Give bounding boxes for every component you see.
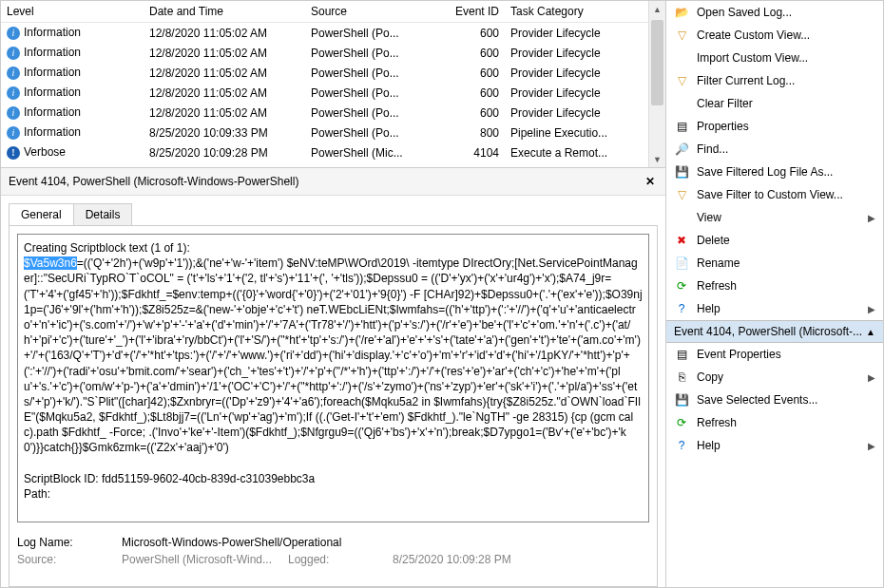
action-help[interactable]: ?Help▶	[666, 297, 883, 320]
logname-label: Log Name:	[17, 536, 122, 549]
chevron-up-icon: ▲	[866, 327, 875, 337]
action-save-filtered[interactable]: 💾Save Filtered Log File As...	[666, 161, 883, 183]
help-icon: ?	[674, 301, 689, 316]
detail-title: Event 4104, PowerShell (Microsoft-Window…	[9, 175, 643, 188]
grid-header: Level Date and Time Source Event ID Task…	[1, 1, 665, 23]
action-copy[interactable]: ⎘Copy▶	[666, 366, 883, 389]
action-event-properties[interactable]: ▤Event Properties	[666, 343, 883, 366]
grid-scrollbar[interactable]: ▲ ▼	[648, 1, 665, 167]
chevron-right-icon: ▶	[868, 304, 875, 314]
action-refresh-2[interactable]: ⟳Refresh	[666, 411, 883, 434]
action-clear-filter[interactable]: Clear Filter	[666, 92, 883, 115]
clear-icon	[674, 96, 689, 111]
script-body: =(('Q'+'2h')+('w9p'+'1'));&('ne'+'w-'+'i…	[24, 256, 643, 454]
funnel-icon: ▽	[674, 28, 689, 43]
action-properties[interactable]: ▤Properties	[666, 115, 883, 138]
info-icon: i	[7, 66, 20, 80]
col-level[interactable]: Level	[1, 1, 144, 22]
info-icon: i	[7, 106, 20, 120]
col-eventid[interactable]: Event ID	[448, 1, 505, 22]
table-row[interactable]: iInformation12/8/2020 11:05:02 AMPowerSh…	[1, 43, 665, 63]
action-open-saved-log[interactable]: 📂Open Saved Log...	[666, 1, 883, 24]
col-datetime[interactable]: Date and Time	[144, 1, 305, 22]
info-icon: i	[7, 47, 20, 60]
script-block-text[interactable]: Creating Scriptblock text (1 of 1): $Va5…	[17, 234, 649, 522]
import-icon	[674, 50, 689, 66]
funnel-icon: ▽	[674, 73, 689, 88]
col-taskcat[interactable]: Task Category	[505, 1, 638, 22]
properties-icon: ▤	[674, 119, 689, 134]
funnel-save-icon: ▽	[674, 187, 689, 202]
chevron-right-icon: ▶	[868, 213, 875, 223]
scroll-thumb[interactable]	[651, 20, 663, 105]
sbid-label: ScriptBlock ID:	[24, 472, 99, 485]
action-delete[interactable]: ✖Delete	[666, 229, 883, 252]
col-source[interactable]: Source	[305, 1, 448, 22]
table-row[interactable]: iInformation8/25/2020 10:09:33 PMPowerSh…	[1, 123, 665, 142]
event-properties-icon: ▤	[674, 347, 689, 362]
action-import-custom-view[interactable]: Import Custom View...	[666, 47, 883, 69]
scroll-up-icon[interactable]: ▲	[649, 1, 665, 17]
refresh-icon: ⟳	[674, 415, 689, 430]
table-row[interactable]: iInformation12/8/2020 11:05:02 AMPowerSh…	[1, 23, 665, 43]
sbid-value: fdd51159-9602-40cb-839d-c31039ebbc3a	[102, 472, 315, 485]
copy-icon: ⎘	[674, 370, 689, 385]
actions-pane: 📂Open Saved Log... ▽Create Custom View..…	[666, 1, 883, 587]
action-find[interactable]: 🔎Find...	[666, 138, 883, 161]
info-icon: i	[7, 86, 20, 100]
action-refresh[interactable]: ⟳Refresh	[666, 275, 883, 297]
refresh-icon: ⟳	[674, 278, 689, 294]
action-view[interactable]: View▶	[666, 206, 883, 229]
action-save-filter-view[interactable]: ▽Save Filter to Custom View...	[666, 183, 883, 206]
script-title: Creating Scriptblock text (1 of 1):	[24, 240, 643, 256]
scroll-down-icon[interactable]: ▼	[649, 151, 665, 167]
action-save-selected[interactable]: 💾Save Selected Events...	[666, 389, 883, 411]
table-row[interactable]: iInformation12/8/2020 11:05:02 AMPowerSh…	[1, 103, 665, 123]
detail-pane: Event 4104, PowerShell (Microsoft-Window…	[1, 168, 665, 587]
save-icon: 💾	[674, 164, 689, 180]
chevron-right-icon: ▶	[868, 372, 875, 383]
info-icon: i	[7, 27, 20, 40]
script-highlight: $Va5w3n6	[24, 256, 77, 270]
help-icon: ?	[674, 438, 689, 453]
logged-label: Logged:	[288, 553, 393, 566]
action-create-custom-view[interactable]: ▽Create Custom View...	[666, 24, 883, 47]
action-help-2[interactable]: ?Help▶	[666, 434, 883, 457]
binoculars-icon: 🔎	[674, 142, 689, 157]
info-icon: i	[7, 126, 20, 140]
chevron-right-icon: ▶	[868, 441, 875, 451]
close-icon[interactable]: ✕	[643, 174, 658, 189]
source-label: Source:	[17, 553, 122, 566]
rename-icon: 📄	[674, 256, 689, 271]
logname-value: Microsoft-Windows-PowerShell/Operational	[122, 536, 341, 549]
verbose-icon: !	[7, 146, 20, 160]
action-rename[interactable]: 📄Rename	[666, 252, 883, 275]
table-row[interactable]: iInformation12/8/2020 11:05:02 AMPowerSh…	[1, 83, 665, 103]
event-grid[interactable]: Level Date and Time Source Event ID Task…	[1, 1, 665, 168]
table-row[interactable]: iInformation12/8/2020 11:05:02 AMPowerSh…	[1, 63, 665, 83]
tab-details[interactable]: Details	[73, 203, 133, 225]
save-icon: 💾	[674, 392, 689, 408]
folder-open-icon: 📂	[674, 5, 689, 20]
delete-icon: ✖	[674, 233, 689, 248]
tab-general[interactable]: General	[9, 203, 74, 225]
logged-value: 8/25/2020 10:09:28 PM	[393, 553, 511, 566]
table-row[interactable]: !Verbose8/25/2020 10:09:28 PMPowerShell …	[1, 142, 665, 162]
path-label: Path:	[24, 487, 50, 501]
source-value: PowerShell (Microsoft-Wind...	[122, 553, 288, 566]
actions-section-header[interactable]: Event 4104, PowerShell (Microsoft-...▲	[666, 320, 883, 343]
action-filter-current-log[interactable]: ▽Filter Current Log...	[666, 69, 883, 92]
